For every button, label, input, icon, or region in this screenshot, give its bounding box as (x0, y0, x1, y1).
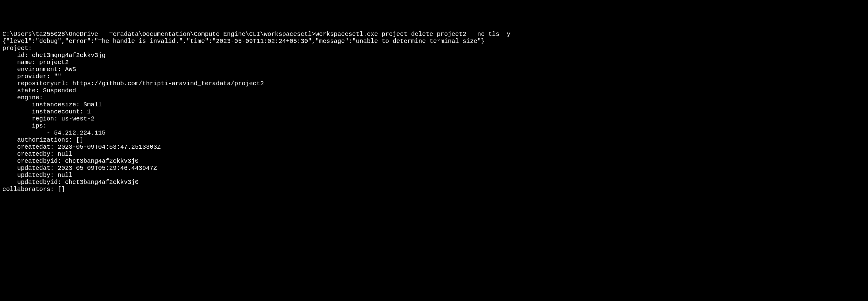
name-label: name: (2, 59, 39, 66)
updatedby-label: updatedby: (2, 172, 58, 179)
region-label: region: (2, 115, 61, 122)
ips-value: - 54.212.224.115 (2, 129, 105, 136)
createdbyid-label: createdbyid: (2, 158, 65, 165)
provider-value: "" (54, 73, 61, 80)
region-value: us-west-2 (61, 115, 94, 122)
createdby-label: createdby: (2, 150, 58, 158)
environment-label: environment: (2, 66, 65, 73)
prompt-path: C:\Users\ta255028\OneDrive - Teradata\Do… (2, 31, 315, 38)
authorizations-label: authorizations: (2, 136, 76, 143)
debug-line: {"level":"debug","error":"The handle is … (2, 38, 485, 45)
ips-label: ips: (2, 122, 46, 129)
repositoryurl-label: repositoryurl: (2, 80, 72, 87)
collaborators-value: [] (58, 186, 65, 193)
createdbyid-value: chct3bang4af2ckkv3j0 (65, 158, 138, 165)
terminal-output[interactable]: C:\Users\ta255028\OneDrive - Teradata\Do… (2, 31, 866, 193)
updatedat-value: 2023-05-09T05:29:46.443947Z (58, 165, 157, 172)
repositoryurl-value: https://github.com/thripti-aravind_terad… (72, 80, 264, 87)
project-label: project: (2, 45, 32, 52)
environment-value: AWS (65, 66, 76, 73)
state-label: state: (2, 87, 43, 94)
collaborators-label: collaborators: (2, 186, 58, 193)
instancecount-label: instancecount: (2, 108, 87, 115)
provider-label: provider: (2, 73, 54, 80)
command-text: workspacesctl.exe project delete project… (315, 31, 510, 38)
createdat-value: 2023-05-09T04:53:47.2513303Z (58, 143, 161, 150)
instancesize-label: instancesize: (2, 101, 84, 108)
id-value: chct3mqng4af2ckkv3jg (32, 52, 105, 59)
id-label: id: (2, 52, 32, 59)
updatedbyid-label: updatedbyid: (2, 179, 65, 186)
updatedby-value: null (58, 172, 72, 179)
instancesize-value: Small (84, 101, 102, 108)
updatedbyid-value: chct3bang4af2ckkv3j0 (65, 179, 138, 186)
authorizations-value: [] (76, 136, 84, 143)
engine-label: engine: (2, 94, 43, 101)
updatedat-label: updatedat: (2, 165, 58, 172)
instancecount-value: 1 (87, 108, 91, 115)
createdat-label: createdat: (2, 143, 58, 150)
name-value: project2 (39, 59, 69, 66)
state-value: Suspended (43, 87, 76, 94)
createdby-value: null (58, 150, 72, 158)
